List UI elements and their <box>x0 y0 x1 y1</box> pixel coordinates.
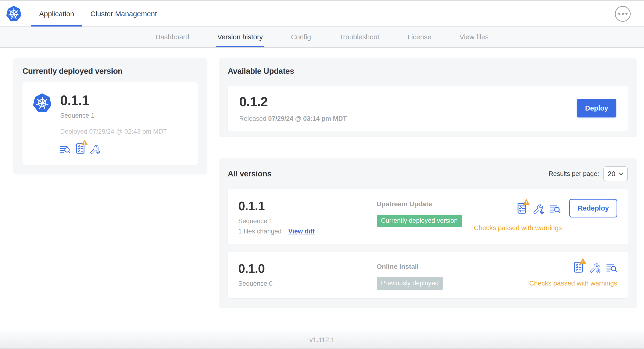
update-released-timestamp: Released 07/29/24 @ 03:14 pm MDT <box>239 115 347 122</box>
warning-icon <box>580 258 586 264</box>
config-icon[interactable] <box>534 204 543 214</box>
app-sub-nav: Dashboard Version history Config Trouble… <box>0 27 644 48</box>
app-footer: v1.112.1 <box>0 331 644 349</box>
available-updates-card: Available Updates 0.1.2 Released 07/29/2… <box>219 58 637 137</box>
chevron-down-icon <box>619 172 624 176</box>
tab-cluster-management-label: Cluster Management <box>90 10 157 18</box>
results-per-page: Results per page: 20 <box>548 166 628 181</box>
available-updates-title: Available Updates <box>228 66 628 76</box>
version-row-status: Upstream Update Currently deployed versi… <box>377 199 474 227</box>
version-row-info: 0.1.0 Sequence 0 <box>238 262 377 288</box>
version-row-0-1-1: 0.1.1 Sequence 1 1 files changed View di… <box>228 189 628 244</box>
version-row-info: 0.1.1 Sequence 1 1 files changed View di… <box>238 199 377 235</box>
update-info: 0.1.2 Released 07/29/24 @ 03:14 pm MDT <box>239 94 347 122</box>
all-versions-title: All versions <box>228 169 272 178</box>
tab-application[interactable]: Application <box>31 1 82 26</box>
view-diff-link[interactable]: View diff <box>288 228 315 235</box>
checks-status-text[interactable]: Checks passed with warnings <box>529 280 617 287</box>
warning-icon <box>82 140 88 146</box>
checks-status-text[interactable]: Checks passed with warnings <box>474 224 562 232</box>
preflight-checks-icon[interactable] <box>574 262 583 273</box>
subtab-troubleshoot[interactable]: Troubleshoot <box>339 27 379 47</box>
currently-deployed-card: Currently deployed version 0.1.1 Sequenc… <box>13 58 207 174</box>
current-deployed-timestamp: Deployed 07/29/24 @ 02:43 pm MDT <box>60 128 167 135</box>
version-row-actions: Checks passed with warnings <box>529 262 617 287</box>
version-row-actions: Redeploy Checks passed with warnings <box>474 199 617 232</box>
right-column: Available Updates 0.1.2 Released 07/29/2… <box>219 58 637 308</box>
preflight-checks-icon[interactable] <box>517 202 527 214</box>
subtab-license[interactable]: License <box>408 27 431 47</box>
gear-icon <box>96 150 101 155</box>
update-row: 0.1.2 Released 07/29/24 @ 03:14 pm MDT D… <box>228 86 628 132</box>
current-version-info: 0.1.1 Sequence 1 Deployed 07/29/24 @ 02:… <box>60 92 167 154</box>
app-header: Application Cluster Management <box>0 1 644 27</box>
redeploy-button[interactable]: Redeploy <box>569 199 617 218</box>
logs-icon[interactable] <box>550 204 561 214</box>
logs-icon[interactable] <box>606 263 617 273</box>
row-source: Online Install <box>377 263 529 270</box>
config-icon[interactable] <box>90 145 99 154</box>
console-version: v1.112.1 <box>309 336 334 344</box>
all-versions-card: All versions Results per page: 20 0.1.1 … <box>219 158 637 308</box>
logs-icon[interactable] <box>60 144 71 154</box>
status-badge-currently-deployed: Currently deployed version <box>377 214 462 227</box>
results-per-page-value: 20 <box>608 170 615 178</box>
ellipsis-icon <box>618 13 620 15</box>
subtab-config[interactable]: Config <box>291 27 311 47</box>
gear-icon <box>596 268 601 274</box>
status-badge-previously-deployed: Previously deployed <box>377 277 443 290</box>
row-version-number: 0.1.0 <box>238 262 377 276</box>
app-tab-bar: Application Cluster Management <box>31 1 165 26</box>
row-sequence: Sequence 1 <box>238 218 377 225</box>
deploy-button[interactable]: Deploy <box>577 99 616 118</box>
currently-deployed-title: Currently deployed version <box>22 66 198 76</box>
admin-console-page: Application Cluster Management Dashboard… <box>0 0 644 349</box>
results-per-page-select[interactable]: 20 <box>604 166 628 181</box>
row-sequence: Sequence 0 <box>238 280 377 288</box>
row-source: Upstream Update <box>377 200 474 208</box>
row-version-number: 0.1.1 <box>238 199 377 213</box>
preflight-checks-icon[interactable] <box>76 143 85 154</box>
left-column: Currently deployed version 0.1.1 Sequenc… <box>13 58 207 174</box>
results-per-page-label: Results per page: <box>548 170 599 178</box>
tab-cluster-management[interactable]: Cluster Management <box>82 1 165 26</box>
subtab-view-files[interactable]: View files <box>460 27 488 47</box>
app-icon <box>33 93 52 113</box>
all-versions-header: All versions Results per page: 20 <box>228 166 628 181</box>
version-row-status: Online Install Previously deployed <box>377 262 529 290</box>
warning-icon <box>523 199 530 205</box>
current-version-actions <box>60 143 167 154</box>
currently-deployed-version-card: 0.1.1 Sequence 1 Deployed 07/29/24 @ 02:… <box>22 82 198 165</box>
gear-icon <box>539 210 544 215</box>
row-files-changed: 1 files changed View diff <box>238 228 377 235</box>
tab-application-label: Application <box>39 10 74 18</box>
overflow-menu-button[interactable] <box>615 6 631 22</box>
subtab-dashboard[interactable]: Dashboard <box>156 27 189 47</box>
config-icon[interactable] <box>590 263 600 273</box>
version-row-0-1-0: 0.1.0 Sequence 0 Online Install Previous… <box>228 252 628 298</box>
current-sequence: Sequence 1 <box>60 112 167 119</box>
current-version-number: 0.1.1 <box>60 92 167 108</box>
subtab-version-history[interactable]: Version history <box>218 27 263 47</box>
kubernetes-logo <box>6 6 22 22</box>
main-content: Currently deployed version 0.1.1 Sequenc… <box>0 48 644 331</box>
update-version-number: 0.1.2 <box>239 94 347 109</box>
